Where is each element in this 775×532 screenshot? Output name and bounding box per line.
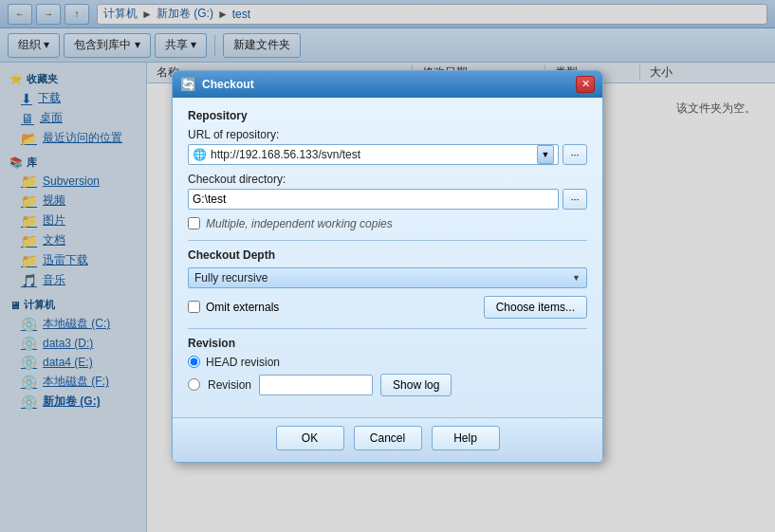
cancel-button[interactable]: Cancel: [354, 426, 422, 450]
choose-items-button[interactable]: Choose items...: [484, 296, 587, 319]
repository-section-label: Repository: [188, 109, 587, 122]
url-browse-button[interactable]: ···: [563, 144, 587, 165]
checkout-dialog: 🔄 Checkout ✕ Repository URL of repositor…: [172, 70, 603, 463]
depth-select[interactable]: Fully recursive ▼: [188, 267, 587, 288]
dialog-icon: 🔄: [180, 77, 196, 92]
url-input-row: 🌐 ▼ ···: [188, 144, 587, 165]
head-revision-radio[interactable]: [188, 356, 200, 368]
multiple-copies-label: Multiple, independent working copies: [206, 217, 393, 230]
modal-overlay: 🔄 Checkout ✕ Repository URL of repositor…: [0, 0, 775, 532]
multiple-copies-checkbox[interactable]: [188, 217, 200, 229]
url-input-wrap[interactable]: 🌐 ▼: [188, 144, 559, 165]
checkout-depth-label: Checkout Depth: [188, 248, 587, 262]
help-button[interactable]: Help: [432, 426, 500, 450]
revision-radio[interactable]: [188, 378, 200, 391]
checkout-dir-label: Checkout directory:: [188, 173, 587, 186]
omit-externals-label: Omit externals: [206, 301, 279, 314]
omit-left: Omit externals: [188, 301, 279, 314]
explorer-window: ← → ↑ 计算机 ► 新加卷 (G:) ► test 组织 ▾ 包含到库中 ▾…: [0, 0, 775, 532]
revision-input[interactable]: [259, 375, 373, 395]
multiple-copies-row: Multiple, independent working copies: [188, 217, 587, 230]
url-dropdown-arrow[interactable]: ▼: [537, 145, 554, 164]
dialog-title-bar: 🔄 Checkout ✕: [173, 71, 602, 98]
dir-browse-button[interactable]: ···: [563, 189, 587, 210]
head-revision-row: HEAD revision: [188, 356, 587, 369]
dialog-title: Checkout: [202, 78, 570, 91]
head-revision-label: HEAD revision: [206, 356, 280, 369]
dialog-close-button[interactable]: ✕: [576, 76, 595, 93]
url-label: URL of repository:: [188, 128, 587, 141]
omit-row: Omit externals Choose items...: [188, 296, 587, 319]
depth-row: Fully recursive ▼: [188, 267, 587, 288]
url-icon: 🌐: [193, 148, 207, 161]
divider-2: [188, 328, 587, 329]
omit-externals-checkbox[interactable]: [188, 301, 200, 313]
ok-button[interactable]: OK: [276, 426, 344, 450]
revision-row: Revision Show log: [188, 374, 587, 396]
checkout-dir-row: ···: [188, 189, 587, 210]
url-input[interactable]: [211, 148, 533, 161]
revision-label: Revision: [208, 378, 251, 392]
show-log-button[interactable]: Show log: [380, 374, 452, 396]
dialog-body: Repository URL of repository: 🌐 ▼ ··· Ch…: [173, 98, 602, 417]
dialog-footer: OK Cancel Help: [173, 417, 602, 462]
divider-1: [188, 240, 587, 241]
checkout-dir-input[interactable]: [188, 189, 559, 210]
depth-dropdown-icon: ▼: [572, 273, 581, 283]
revision-section-label: Revision: [188, 337, 587, 350]
depth-select-text: Fully recursive: [194, 271, 572, 284]
